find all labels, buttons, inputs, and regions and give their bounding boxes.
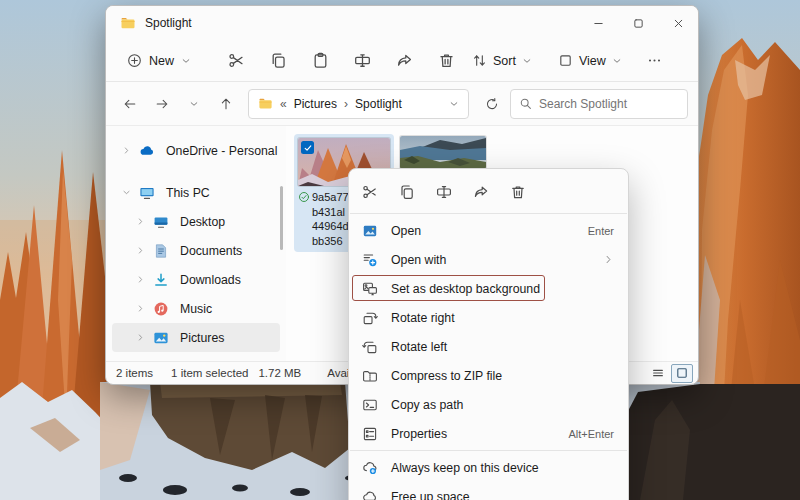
- menu-item-shortcut: Alt+Enter: [568, 428, 614, 440]
- menu-item-label: Open: [391, 224, 575, 238]
- chevron-right-icon[interactable]: [122, 146, 131, 155]
- delete-icon: [438, 52, 455, 69]
- file-tile-coast[interactable]: [400, 136, 486, 169]
- rename-icon: [436, 184, 452, 200]
- menu-item-always-keep-on-this-device[interactable]: Always keep on this device: [349, 453, 628, 482]
- refresh-icon: [485, 97, 499, 111]
- maximize-icon: [632, 17, 645, 30]
- sidebar-item-music[interactable]: Music: [112, 294, 280, 323]
- back-button[interactable]: [116, 90, 143, 117]
- paste-button[interactable]: [302, 44, 338, 78]
- new-button[interactable]: New: [116, 46, 202, 75]
- menu-item-properties[interactable]: PropertiesAlt+Enter: [349, 419, 628, 448]
- context-copy-button[interactable]: [390, 177, 424, 207]
- check-icon: [303, 143, 313, 153]
- music-icon: [153, 301, 169, 317]
- menu-item-open-with[interactable]: Open with: [349, 245, 628, 274]
- search-box: [510, 89, 688, 119]
- sidebar-item-label: Pictures: [180, 331, 224, 345]
- folder-icon: [120, 15, 136, 31]
- chevron-right-icon[interactable]: [136, 217, 145, 226]
- breadcrumb[interactable]: « Pictures › Spotlight: [248, 89, 469, 119]
- context-share-button[interactable]: [464, 177, 498, 207]
- forward-button[interactable]: [148, 90, 175, 117]
- more-icon: [647, 53, 662, 68]
- minimize-button[interactable]: [578, 6, 618, 40]
- menu-item-free-up-space[interactable]: Free up space: [349, 482, 628, 500]
- breadcrumb-overflow[interactable]: «: [280, 97, 287, 111]
- open-with-icon: [362, 252, 378, 268]
- list-view-icon: [651, 366, 665, 380]
- maximize-button[interactable]: [618, 6, 658, 40]
- selection-summary: 1 item selected: [171, 367, 248, 379]
- chevron-right-icon[interactable]: [136, 333, 145, 342]
- sidebar-item-onedrive-personal[interactable]: OneDrive - Personal: [112, 136, 280, 165]
- menu-item-set-as-desktop-background[interactable]: Set as desktop background: [349, 274, 628, 303]
- delete-button[interactable]: [428, 44, 464, 78]
- menu-item-label: Set as desktop background: [391, 282, 614, 296]
- sidebar-item-label: Music: [180, 302, 212, 316]
- chevron-down-icon: [181, 56, 191, 66]
- cut-button[interactable]: [218, 44, 254, 78]
- cloud-icon: [139, 143, 155, 159]
- selection-checkbox[interactable]: [301, 141, 314, 154]
- chevron-down-icon[interactable]: [449, 99, 459, 109]
- sync-status-icon: [298, 191, 310, 203]
- sort-button-label: Sort: [493, 54, 516, 68]
- menu-item-rotate-left[interactable]: Rotate left: [349, 332, 628, 361]
- cut-icon: [228, 52, 245, 69]
- rename-button[interactable]: [344, 44, 380, 78]
- menu-item-open[interactable]: OpenEnter: [349, 216, 628, 245]
- sidebar-item-videos[interactable]: Videos: [112, 352, 280, 361]
- breadcrumb-separator: ›: [344, 97, 348, 111]
- menu-item-compress-to-zip-file[interactable]: Compress to ZIP file: [349, 361, 628, 390]
- chevron-down-icon[interactable]: [122, 188, 131, 197]
- menu-item-rotate-right[interactable]: Rotate right: [349, 303, 628, 332]
- context-delete-button[interactable]: [501, 177, 535, 207]
- sidebar-scrollbar[interactable]: [280, 186, 283, 250]
- refresh-button[interactable]: [478, 90, 505, 117]
- copy-button[interactable]: [260, 44, 296, 78]
- rotate-right-icon: [362, 310, 378, 326]
- new-button-label: New: [149, 54, 174, 68]
- chevron-right-icon[interactable]: [136, 304, 145, 313]
- sidebar-item-label: Downloads: [180, 273, 241, 287]
- context-cut-button[interactable]: [353, 177, 387, 207]
- sidebar-item-desktop[interactable]: Desktop: [112, 207, 280, 236]
- details-view-button[interactable]: [647, 364, 669, 383]
- context-rename-button[interactable]: [427, 177, 461, 207]
- set-bg-icon: [362, 281, 378, 297]
- selection-size: 1.72 MB: [258, 367, 301, 379]
- breadcrumb-segment-spotlight[interactable]: Spotlight: [355, 97, 402, 111]
- share-button[interactable]: [386, 44, 422, 78]
- sidebar-item-this-pc[interactable]: This PC: [112, 178, 280, 207]
- window-controls: [578, 6, 698, 40]
- folder-icon: [258, 96, 273, 111]
- context-menu-divider: [350, 450, 627, 451]
- search-input[interactable]: [539, 97, 679, 111]
- items-count: 2 items: [116, 367, 153, 379]
- menu-item-label: Properties: [391, 427, 555, 441]
- sort-button[interactable]: Sort: [464, 46, 540, 75]
- up-button[interactable]: [212, 90, 239, 117]
- close-button[interactable]: [658, 6, 698, 40]
- sidebar-item-downloads[interactable]: Downloads: [112, 265, 280, 294]
- close-icon: [672, 17, 685, 30]
- large-icons-view-button[interactable]: [671, 364, 693, 383]
- chevron-right-icon[interactable]: [136, 275, 145, 284]
- chevron-down-icon: [189, 99, 199, 109]
- menu-item-label: Copy as path: [391, 398, 614, 412]
- rotate-left-icon: [362, 339, 378, 355]
- breadcrumb-segment-pictures[interactable]: Pictures: [294, 97, 337, 111]
- chevron-down-icon: [612, 56, 622, 66]
- chevron-right-icon[interactable]: [136, 246, 145, 255]
- view-button[interactable]: View: [550, 46, 630, 75]
- recent-locations-button[interactable]: [180, 90, 207, 117]
- sidebar-item-documents[interactable]: Documents: [112, 236, 280, 265]
- share-icon: [396, 52, 413, 69]
- menu-item-copy-as-path[interactable]: Copy as path: [349, 390, 628, 419]
- menu-item-label: Rotate left: [391, 340, 614, 354]
- see-more-button[interactable]: [640, 46, 670, 76]
- view-toggle-group: [647, 364, 693, 383]
- sidebar-item-pictures[interactable]: Pictures: [112, 323, 280, 352]
